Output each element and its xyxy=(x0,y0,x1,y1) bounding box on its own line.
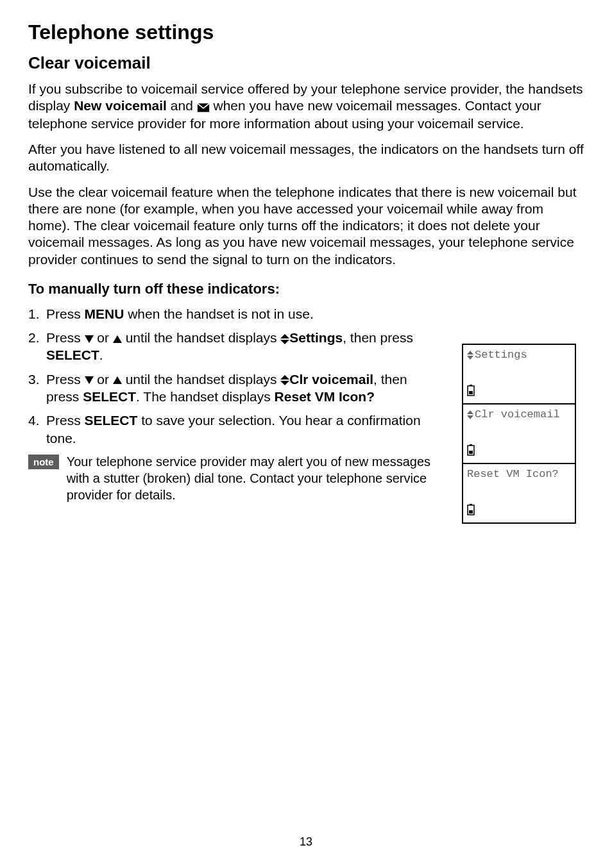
settings-label: Settings xyxy=(289,330,343,345)
down-arrow-icon xyxy=(85,335,94,343)
select-key-label: SELECT xyxy=(46,347,99,362)
step2-c: , then press xyxy=(343,330,413,345)
note-block: note Your telephone service provider may… xyxy=(28,453,445,503)
new-voicemail-label: New voicemail xyxy=(74,98,167,113)
screen-text: Clr voicemail xyxy=(475,408,560,421)
up-arrow-icon xyxy=(113,335,122,343)
reset-vm-label: Reset VM Icon? xyxy=(275,389,375,404)
handset-screens: Settings Clr voicemail Reset VM Icon? xyxy=(462,344,576,522)
section-heading: Clear voicemail xyxy=(28,53,586,73)
updown-arrow-icon xyxy=(280,334,289,344)
step-1: Press MENU when the handset is not in us… xyxy=(28,305,439,322)
para1-part-c: and xyxy=(167,98,197,113)
page-number: 13 xyxy=(0,835,612,849)
step3-or: or xyxy=(94,372,113,387)
page-title: Telephone settings xyxy=(28,21,586,44)
step-3: Press or until the handset displays Clr … xyxy=(28,371,439,406)
step-4: Press SELECT to save your selection. You… xyxy=(28,412,439,447)
down-arrow-icon xyxy=(85,376,94,384)
svg-rect-6 xyxy=(469,451,473,454)
select-key-label: SELECT xyxy=(85,413,138,428)
paragraph-3: Use the clear voicemail feature when the… xyxy=(28,184,586,268)
battery-icon xyxy=(467,504,571,519)
steps-list: Press MENU when the handset is not in us… xyxy=(28,305,439,447)
battery-icon xyxy=(467,385,571,399)
step3-a: Press xyxy=(46,372,85,387)
step2-b: until the handset displays xyxy=(122,330,281,345)
subheading: To manually turn off these indicators: xyxy=(28,281,586,297)
step2-a: Press xyxy=(46,330,85,345)
svg-rect-3 xyxy=(469,391,473,394)
updown-arrow-icon xyxy=(467,351,473,360)
menu-key-label: MENU xyxy=(85,306,124,321)
step3-b: until the handset displays xyxy=(122,372,281,387)
screen-settings: Settings xyxy=(462,344,576,405)
up-arrow-icon xyxy=(113,376,122,384)
updown-arrow-icon xyxy=(280,375,289,385)
step2-d: . xyxy=(99,347,103,362)
note-text: Your telephone service provider may aler… xyxy=(67,453,445,503)
step2-or: or xyxy=(94,330,113,345)
updown-arrow-icon xyxy=(467,410,473,419)
screen-text: Settings xyxy=(475,349,527,361)
step4-a: Press xyxy=(46,413,85,428)
clr-voicemail-label: Clr voicemail xyxy=(289,372,373,387)
envelope-icon xyxy=(197,99,210,115)
paragraph-2: After you have listened to all new voice… xyxy=(28,141,586,175)
battery-icon xyxy=(467,444,571,459)
step1-a: Press xyxy=(46,306,85,321)
svg-rect-9 xyxy=(469,510,473,513)
select-key-label: SELECT xyxy=(83,389,136,404)
note-badge: note xyxy=(28,455,59,469)
paragraph-1: If you subscribe to voicemail service of… xyxy=(28,81,586,132)
step3-d: . The handset displays xyxy=(136,389,275,404)
step1-b: when the handset is not in use. xyxy=(124,306,313,321)
screen-reset-vm: Reset VM Icon? xyxy=(462,463,576,524)
step-2: Press or until the handset displays Sett… xyxy=(28,329,439,364)
screen-text: Reset VM Icon? xyxy=(467,468,559,480)
screen-clr-voicemail: Clr voicemail xyxy=(462,403,576,464)
